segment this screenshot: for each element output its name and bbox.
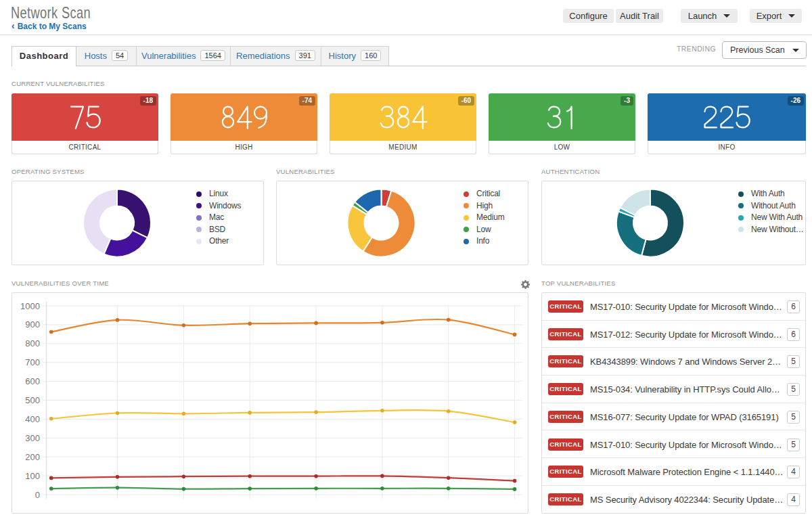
svg-text:1000: 1000 bbox=[20, 301, 40, 311]
svg-text:600: 600 bbox=[25, 376, 40, 386]
svg-text:700: 700 bbox=[25, 357, 40, 367]
svg-text:900: 900 bbox=[25, 319, 40, 330]
svg-text:200: 200 bbox=[25, 452, 40, 462]
svg-text:100: 100 bbox=[25, 471, 40, 481]
svg-text:300: 300 bbox=[25, 433, 40, 443]
svg-text:400: 400 bbox=[25, 414, 40, 424]
svg-text:500: 500 bbox=[25, 395, 40, 405]
svg-text:800: 800 bbox=[25, 338, 40, 348]
svg-text:0: 0 bbox=[35, 490, 40, 500]
